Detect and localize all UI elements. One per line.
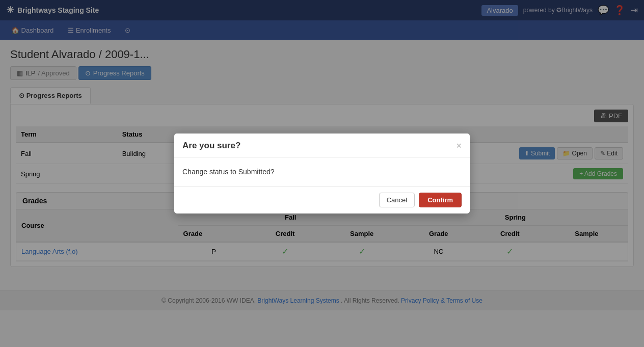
confirm-button[interactable]: Confirm (419, 193, 462, 207)
confirm-modal: Are you sure? × Change status to Submitt… (174, 134, 470, 213)
modal-overlay[interactable]: Are you sure? × Change status to Submitt… (0, 0, 644, 310)
cancel-button[interactable]: Cancel (379, 193, 415, 207)
modal-header: Are you sure? × (174, 134, 470, 157)
modal-message: Change status to Submitted? (182, 168, 275, 176)
modal-body: Change status to Submitted? (174, 157, 470, 186)
modal-title: Are you sure? (182, 141, 240, 151)
modal-close-button[interactable]: × (456, 141, 462, 150)
modal-footer: Cancel Confirm (174, 186, 470, 213)
